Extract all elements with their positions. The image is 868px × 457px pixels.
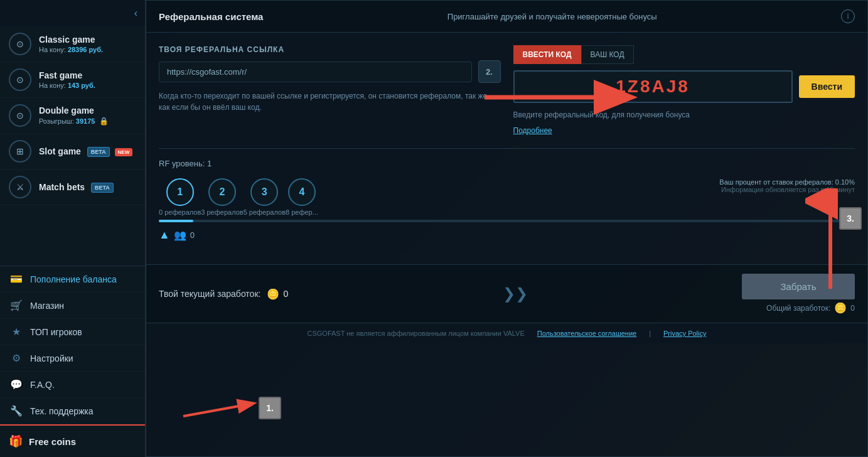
sidebar-item-deposit[interactable]: 💳 Пополнение баланса	[0, 266, 145, 293]
code-input-row: 1Z8AJ8 Ввести	[513, 70, 855, 103]
progress-track	[159, 220, 855, 222]
support-icon: 🔧	[9, 405, 24, 417]
sidebar-item-support[interactable]: 🔧 Тех. поддержка	[0, 398, 145, 424]
free-coins-label: Free coins	[29, 436, 76, 447]
sidebar: ‹ ⊙ Classic game На кону: 28396 руб. ⊙ F…	[0, 0, 146, 457]
nav-items-list: 💳 Пополнение баланса 🛒 Магазин ★ ТОП игр…	[0, 266, 145, 424]
shop-icon: 🛒	[9, 299, 24, 311]
level-2-label: 3 рефералов	[201, 208, 243, 216]
ref-link-input[interactable]	[159, 62, 472, 82]
sidebar-item-slot[interactable]: ⊞ Slot game BETA NEW	[0, 134, 145, 169]
enter-code-button[interactable]: Ввести	[799, 75, 855, 98]
progress-area: ▲ 👥 0	[159, 220, 855, 242]
left-column: ТВОЯ РЕФЕРАЛЬНА ССЫЛКА 2. Когда кто-то п…	[159, 45, 501, 136]
details-link[interactable]: Подробнее	[513, 126, 552, 135]
user-count: 0	[190, 230, 195, 240]
level-4-label: 8 рефер...	[286, 208, 318, 216]
panel-title: Реферальная система	[159, 11, 263, 22]
fast-game-title: Fast game	[39, 70, 136, 80]
progress-marker: ▲ 👥 0	[159, 228, 855, 242]
double-game-subtitle: Розыгрыш: 39175 🔒	[39, 117, 136, 126]
enter-code-tab[interactable]: ВВЕСТИ КОД	[513, 45, 581, 64]
arrow-right-icon: ❯❯	[503, 285, 528, 303]
step3-annotation: 3.	[839, 207, 862, 230]
update-info: Информация обновляется раз в 15 минут	[719, 186, 855, 193]
earning-value: 🪙 0	[267, 288, 288, 300]
claim-button[interactable]: Забрать	[742, 274, 855, 299]
fast-game-icon: ⊙	[9, 68, 31, 91]
footer-separator: |	[649, 330, 651, 337]
slot-new-badge: NEW	[115, 148, 133, 156]
progress-fill	[159, 220, 193, 222]
user-icon: 👥	[174, 229, 186, 241]
info-icon[interactable]: i	[841, 9, 855, 23]
free-coins-button[interactable]: 🎁 Free coins	[0, 424, 145, 457]
double-game-icon: ⊙	[9, 104, 31, 127]
level-3-circle: 3	[250, 178, 278, 206]
sidebar-item-matchbets[interactable]: ⚔ Match bets BETA	[0, 169, 145, 205]
sidebar-item-settings[interactable]: ⚙ Настройки	[0, 345, 145, 372]
level-1-label: 0 рефералов	[159, 208, 201, 216]
classic-game-info: Classic game На кону: 28396 руб.	[39, 35, 136, 53]
earning-amount: 0	[283, 289, 288, 299]
marker-arrow-icon: ▲	[159, 228, 170, 242]
sidebar-item-shop[interactable]: 🛒 Магазин	[0, 293, 145, 319]
slot-game-icon: ⊞	[9, 140, 31, 163]
coin-icon: 🪙	[267, 288, 279, 300]
free-coins-icon: 🎁	[9, 434, 23, 448]
slot-game-info: Slot game BETA NEW	[39, 146, 136, 156]
step3-badge: 3.	[839, 207, 862, 230]
level-4-item: 4 8 рефер...	[286, 178, 318, 216]
slot-beta-badge: BETA	[87, 147, 110, 157]
support-label: Тех. поддержка	[30, 406, 94, 416]
double-game-info: Double game Розыгрыш: 39175 🔒	[39, 105, 136, 126]
total-coin-icon: 🪙	[834, 302, 847, 314]
two-col-section: ТВОЯ РЕФЕРАЛЬНА ССЫЛКА 2. Когда кто-то п…	[159, 45, 855, 136]
faq-icon: 💬	[9, 379, 24, 390]
sidebar-item-double[interactable]: ⊙ Double game Розыгрыш: 39175 🔒	[0, 98, 145, 134]
sidebar-item-top[interactable]: ★ ТОП игроков	[0, 319, 145, 345]
footer-csgofast-text: CSGOFAST не является аффилированным лицо…	[308, 330, 525, 337]
right-column: ВВЕСТИ КОД ВАШ КОД 1Z8AJ8 Ввести Введите…	[513, 45, 855, 136]
sidebar-item-classic[interactable]: ⊙ Classic game На кону: 28396 руб.	[0, 26, 145, 62]
sidebar-header: ‹	[0, 0, 145, 26]
privacy-policy-link[interactable]: Privacy Policy	[663, 330, 706, 337]
earning-left: Твой текущий заработок: 🪙 0	[159, 288, 288, 300]
footer: CSGOFAST не является аффилированным лицо…	[146, 323, 867, 343]
user-agreement-link[interactable]: Пользовательское соглашение	[537, 330, 636, 337]
fast-game-subtitle: На кону: 143 руб.	[39, 82, 136, 89]
divider	[159, 148, 855, 149]
classic-game-title: Classic game	[39, 35, 136, 45]
level-3-label: 5 рефералов	[244, 208, 286, 216]
slot-game-title: Slot game BETA NEW	[39, 146, 136, 156]
collapse-icon[interactable]: ‹	[134, 8, 137, 19]
your-link-label: ТВОЯ РЕФЕРАЛЬНА ССЫЛКА	[159, 45, 501, 54]
panel-subtitle: Приглашайте друзей и получайте невероятн…	[447, 12, 657, 21]
code-hint: Введите реферальный код, для получения б…	[513, 109, 855, 121]
level-1-circle: 1	[166, 178, 194, 206]
referral-panel: Реферальная система Приглашайте друзей и…	[146, 0, 868, 457]
deposit-icon: 💳	[9, 273, 24, 285]
step1-badge: 1.	[259, 397, 281, 419]
link-input-row: 2.	[159, 60, 501, 83]
double-game-title: Double game	[39, 105, 136, 116]
matchbets-game-title: Match bets BETA	[39, 182, 136, 192]
your-code-tab[interactable]: ВАШ КОД	[581, 45, 634, 64]
level-2-circle: 2	[208, 178, 236, 206]
step1-annotation: 1.	[259, 397, 281, 419]
panel-body: ТВОЯ РЕФЕРАЛЬНА ССЫЛКА 2. Когда кто-то п…	[146, 33, 867, 264]
sidebar-item-faq[interactable]: 💬 F.A.Q.	[0, 372, 145, 398]
panel-header: Реферальная система Приглашайте друзей и…	[146, 1, 867, 33]
level-4-circle: 4	[288, 178, 316, 206]
faq-label: F.A.Q.	[30, 380, 55, 390]
sidebar-item-fast[interactable]: ⊙ Fast game На кону: 143 руб.	[0, 62, 145, 98]
matchbets-game-info: Match bets BETA	[39, 182, 136, 192]
settings-icon: ⚙	[9, 352, 24, 364]
shop-label: Магазин	[30, 301, 64, 311]
classic-game-subtitle: На кону: 28396 руб.	[39, 46, 136, 53]
percent-section: Ваш процент от ставок рефералов: 0.10% И…	[707, 178, 855, 193]
classic-game-icon: ⊙	[9, 33, 31, 55]
step2-badge: 2.	[478, 60, 501, 83]
main-content: Реферальная система Приглашайте друзей и…	[146, 0, 868, 457]
bottom-earning-area: Твой текущий заработок: 🪙 0 ❯❯ Забрать О…	[146, 264, 867, 323]
